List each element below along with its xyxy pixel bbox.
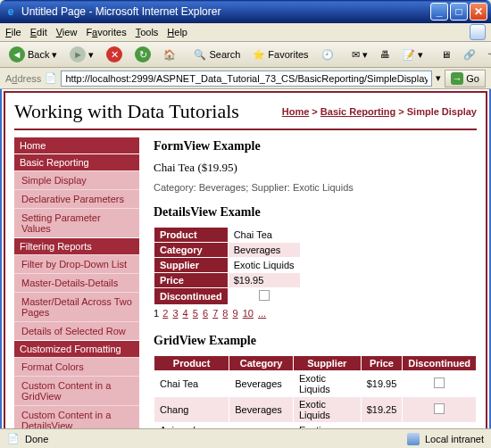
favorites-label: Favorites	[268, 49, 308, 60]
menu-favorites[interactable]: Favorites	[86, 27, 126, 37]
address-input[interactable]	[61, 71, 432, 87]
sidebar-home[interactable]: Home	[14, 137, 139, 153]
sidebar-item[interactable]: Custom Content in a GridView	[14, 376, 139, 405]
menubar: File Edit View Favorites Tools Help	[0, 23, 491, 41]
gridview-row: Chai TeaBeveragesExotic Liquids$19.95	[154, 371, 477, 397]
pager-link[interactable]: 4	[183, 308, 188, 319]
stop-button[interactable]: ✕	[103, 45, 126, 64]
pager-link[interactable]: 6	[203, 308, 208, 319]
pager-link[interactable]: 8	[222, 308, 228, 319]
sidebar-item[interactable]: Master-Details-Details	[14, 273, 139, 292]
gridview-header-row: ProductCategorySupplierPriceDiscontinued	[154, 356, 477, 371]
back-arrow-icon: ◄	[9, 46, 25, 62]
sidebar-item[interactable]: Filter by Drop-Down List	[14, 254, 139, 273]
home-button[interactable]: 🏠	[160, 47, 179, 62]
dv-label: Price	[154, 273, 229, 288]
sidebar-item[interactable]: Declarative Parameters	[14, 189, 139, 208]
ie-icon: e	[4, 4, 18, 19]
main-content: FormView Example Chai Tea ($19.95) Categ…	[154, 137, 477, 428]
pager-link[interactable]: 10	[243, 308, 254, 319]
menu-edit[interactable]: Edit	[30, 27, 47, 37]
menu-view[interactable]: View	[56, 27, 78, 37]
refresh-button[interactable]: ↻	[131, 45, 154, 64]
status-bar: 📄 Done Local intranet	[0, 428, 491, 448]
pager-link[interactable]: 9	[233, 308, 238, 319]
gv-category: Beverages	[229, 397, 294, 423]
sidebar-item[interactable]: Details of Selected Row	[14, 321, 139, 340]
extra-button-1[interactable]: 🖥	[437, 47, 454, 62]
maximize-button[interactable]: □	[450, 3, 468, 21]
sidebar-item[interactable]: Simple Display	[14, 170, 139, 189]
detailsview-row: CategoryBeverages	[154, 243, 301, 258]
gv-supplier: Exotic Liquids	[293, 423, 361, 429]
breadcrumb: Home > Basic Reporting > Simple Display	[282, 106, 477, 117]
detailsview-table: ProductChai TeaCategoryBeveragesSupplier…	[154, 227, 301, 305]
toolbar: ◄ Back ▾ ► ▾ ✕ ↻ 🏠 🔍Search ⭐Favorites 🕘 …	[0, 41, 491, 68]
close-button[interactable]: ✕	[470, 3, 487, 21]
sidebar-section-header[interactable]: Basic Reporting	[14, 154, 139, 170]
gv-discontinued	[403, 371, 477, 397]
window-title: Untitled Page - Microsoft Internet Explo…	[21, 5, 430, 18]
dropdown-icon: ▾	[418, 49, 423, 61]
gv-header[interactable]: Price	[361, 356, 403, 371]
forward-button[interactable]: ► ▾	[66, 45, 97, 64]
back-button[interactable]: ◄ Back ▾	[5, 45, 61, 64]
pager-link[interactable]: 3	[172, 308, 178, 319]
menu-help[interactable]: Help	[167, 27, 187, 37]
gv-price: $19.25	[361, 397, 403, 423]
extra-button-2[interactable]: 🔗	[460, 47, 479, 62]
menu-tools[interactable]: Tools	[136, 27, 159, 37]
search-button[interactable]: 🔍Search	[190, 47, 244, 62]
pager-link[interactable]: ...	[258, 308, 266, 319]
menu-file[interactable]: File	[5, 27, 21, 37]
gridview-row: Aniseed SyrupCondimentsExotic Liquids$10…	[154, 423, 477, 429]
gv-header[interactable]: Category	[229, 356, 294, 371]
detailsview-row: Discontinued	[154, 288, 301, 305]
gv-price: $10.00	[361, 423, 403, 429]
sidebar-item[interactable]: Setting Parameter Values	[14, 208, 139, 237]
edit-button[interactable]: 📝▾	[399, 47, 427, 62]
pager-link[interactable]: 7	[212, 308, 218, 319]
search-icon: 🔍	[194, 49, 206, 61]
sidebar-section-header[interactable]: Customized Formatting	[14, 341, 139, 357]
gv-header[interactable]: Supplier	[293, 356, 361, 371]
wave-icon: 〰	[488, 49, 491, 60]
sidebar-item[interactable]: Master/Detail Across Two Pages	[14, 292, 139, 321]
zone-label: Local intranet	[425, 434, 484, 444]
formview-meta: Category: Beverages; Supplier: Exotic Li…	[154, 182, 477, 193]
sidebar-item[interactable]: Format Colors	[14, 357, 139, 376]
page-icon: 📄	[45, 72, 57, 84]
dropdown-icon: ▾	[88, 49, 94, 61]
crumb-home[interactable]: Home	[282, 106, 310, 117]
pc-icon: 🖥	[441, 49, 451, 60]
sidebar-item[interactable]: Custom Content in a DetailsView	[14, 405, 139, 428]
print-button[interactable]: 🖶	[377, 47, 394, 62]
pager-link[interactable]: 5	[193, 308, 198, 319]
status-text: Done	[25, 434, 402, 444]
extra-button-3[interactable]: 〰	[485, 47, 491, 62]
detailsview-row: Price$19.95	[154, 273, 301, 288]
pager-link[interactable]: 2	[162, 308, 168, 319]
pager-current: 1	[154, 308, 159, 319]
address-dropdown-icon[interactable]: ▾	[436, 72, 441, 84]
go-button[interactable]: →Go	[445, 70, 486, 87]
gridview-row: ChangBeveragesExotic Liquids$19.25	[154, 397, 477, 423]
mail-button[interactable]: ✉▾	[348, 47, 371, 62]
forward-arrow-icon: ►	[70, 46, 86, 62]
gv-header[interactable]: Product	[154, 356, 229, 371]
dv-label: Supplier	[154, 258, 229, 273]
gv-header[interactable]: Discontinued	[403, 356, 477, 371]
history-button[interactable]: 🕘	[318, 47, 337, 62]
minimize-button[interactable]: _	[430, 3, 448, 21]
address-label: Address	[5, 73, 41, 84]
sidebar-section-header[interactable]: Filtering Reports	[14, 238, 139, 254]
favorites-button[interactable]: ⭐Favorites	[249, 47, 312, 62]
gv-category: Condiments	[229, 423, 294, 429]
gv-product: Aniseed Syrup	[154, 423, 229, 429]
page-header: Working with Data Tutorials Home > Basic…	[14, 100, 477, 130]
search-label: Search	[209, 49, 240, 60]
crumb-basic[interactable]: Basic Reporting	[320, 106, 395, 117]
crumb-sep: >	[312, 106, 320, 117]
crumb-sep: >	[398, 106, 406, 117]
browser-viewport[interactable]: Working with Data Tutorials Home > Basic…	[0, 89, 491, 428]
